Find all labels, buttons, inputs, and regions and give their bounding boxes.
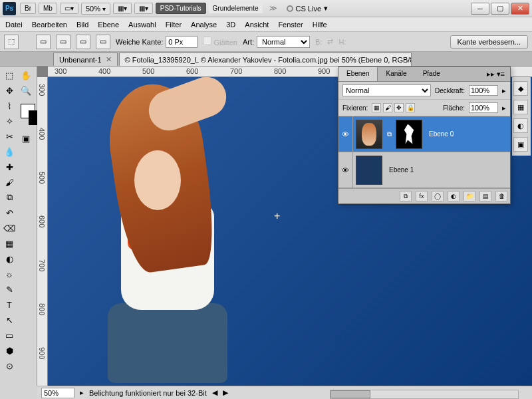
eyedropper-tool[interactable]: 💧: [1, 144, 17, 159]
selection-intersect[interactable]: ▭: [96, 35, 110, 49]
selection-subtract[interactable]: ▭: [76, 35, 90, 49]
menu-analyse[interactable]: Analyse: [191, 21, 217, 29]
adjustment-layer-icon[interactable]: ◐: [448, 191, 460, 201]
marquee-tool[interactable]: ⬚: [1, 68, 17, 82]
history-brush-tool[interactable]: ↶: [1, 205, 17, 220]
adjustments-panel-icon[interactable]: ◐: [513, 118, 528, 133]
document-tab-1[interactable]: Unbenannt-1✕: [53, 53, 118, 66]
layer-thumbnail[interactable]: [356, 120, 382, 149]
masks-panel-icon[interactable]: ▣: [513, 137, 528, 152]
tab-kanaele[interactable]: Kanäle: [378, 67, 414, 81]
visibility-toggle[interactable]: 👁: [338, 152, 353, 188]
arrange-button[interactable]: ▦▾: [134, 3, 153, 14]
menu-ansicht[interactable]: Ansicht: [245, 21, 269, 29]
screenmode-button[interactable]: ▭▾: [60, 3, 78, 14]
fill-input[interactable]: [469, 102, 498, 113]
layer-row[interactable]: 👁 ⧉ Ebene 0: [338, 116, 510, 152]
mask-link-icon[interactable]: ⧉: [385, 130, 393, 138]
hand-tool[interactable]: ✋: [18, 68, 34, 82]
feather-input[interactable]: [166, 36, 198, 48]
delete-layer-icon[interactable]: 🗑: [495, 191, 507, 201]
status-nav-left[interactable]: ◀: [212, 388, 217, 397]
group-icon[interactable]: 📁: [464, 191, 475, 201]
workspace-psdtutorials[interactable]: PSD-Tutorials: [156, 3, 206, 14]
lock-pixels-icon[interactable]: 🖌: [383, 103, 392, 112]
fill-flyout-icon[interactable]: ▸: [502, 104, 506, 112]
status-nav-right[interactable]: ▶: [223, 388, 228, 397]
menu-ebene[interactable]: Ebene: [98, 21, 119, 29]
selection-add[interactable]: ▭: [56, 35, 70, 49]
layer-fx-icon[interactable]: fx: [416, 191, 428, 201]
status-flyout-icon[interactable]: ▸: [80, 388, 84, 397]
layer-row[interactable]: 👁 Ebene 1: [338, 152, 510, 188]
horizontal-scrollbar[interactable]: [330, 390, 519, 399]
quickmask-toggle[interactable]: ▣: [18, 131, 34, 146]
wand-tool[interactable]: ✧: [1, 114, 17, 128]
blur-tool[interactable]: ◐: [1, 251, 17, 266]
menu-bild[interactable]: Bild: [76, 21, 88, 29]
menu-filter[interactable]: Filter: [166, 21, 182, 29]
zoom-input[interactable]: [41, 388, 74, 398]
pen-tool[interactable]: ✎: [1, 282, 17, 297]
tab-pfade[interactable]: Pfade: [415, 67, 448, 81]
swatches-panel-icon[interactable]: ▦: [513, 100, 528, 114]
menu-fenster[interactable]: Fenster: [278, 21, 303, 29]
mask-thumbnail[interactable]: [396, 120, 422, 149]
fill-label: Fläche:: [443, 104, 465, 112]
menu-datei[interactable]: Datei: [5, 21, 23, 29]
minimize-button[interactable]: ─: [471, 3, 489, 15]
layer-name[interactable]: Ebene 1: [385, 166, 510, 174]
menu-3d[interactable]: 3D: [226, 21, 235, 29]
menu-bearbeiten[interactable]: Bearbeiten: [32, 21, 67, 29]
tool-preset[interactable]: ⬚: [4, 35, 19, 49]
zoom-level[interactable]: 50% ▾: [81, 3, 110, 15]
crop-tool[interactable]: ✂: [1, 129, 17, 144]
3d-camera-tool[interactable]: ⊙: [1, 358, 17, 373]
3d-tool[interactable]: ⬢: [1, 343, 17, 358]
blend-mode-select[interactable]: Normal: [342, 84, 431, 96]
layer-name[interactable]: Ebene 0: [425, 130, 510, 138]
bridge-button[interactable]: Br: [20, 3, 36, 14]
close-button[interactable]: ✕: [511, 3, 529, 15]
maximize-button[interactable]: ▢: [491, 3, 509, 15]
type-tool[interactable]: T: [1, 297, 17, 312]
lasso-tool[interactable]: ⌇: [1, 98, 17, 113]
new-layer-icon[interactable]: ▤: [479, 191, 491, 201]
menu-auswahl[interactable]: Auswahl: [128, 21, 156, 29]
workspace-more[interactable]: ≫: [269, 4, 277, 13]
gradient-tool[interactable]: ▦: [1, 236, 17, 251]
link-layers-icon[interactable]: ⧉: [400, 191, 412, 201]
close-tab-icon[interactable]: ✕: [106, 55, 112, 64]
cslive-button[interactable]: CS Live ▾: [287, 4, 329, 13]
refine-edge-button[interactable]: Kante verbessern...: [450, 35, 528, 49]
minibridge-button[interactable]: Mb: [39, 3, 57, 14]
healing-tool[interactable]: ✚: [1, 160, 17, 174]
layer-thumbnail[interactable]: [356, 156, 382, 185]
selection-new[interactable]: ▭: [36, 35, 51, 49]
visibility-toggle[interactable]: 👁: [338, 116, 353, 152]
menu-bar: Datei Bearbeiten Bild Ebene Auswahl Filt…: [0, 17, 532, 32]
workspace-grundelemente[interactable]: Grundelemente: [209, 3, 263, 13]
options-bar: ⬚ ▭ ▭ ▭ ▭ Weiche Kante: Glätten Art: Nor…: [0, 32, 532, 52]
brush-tool[interactable]: 🖌: [1, 175, 17, 190]
shape-tool[interactable]: ▭: [1, 328, 17, 342]
stamp-tool[interactable]: ⧉: [1, 190, 17, 205]
opacity-input[interactable]: [469, 85, 498, 96]
color-panel-icon[interactable]: ◆: [513, 81, 528, 96]
layer-mask-icon[interactable]: ◯: [432, 191, 444, 201]
document-tab-2[interactable]: © Fotolia_13395920_L © Alexander Yakovle…: [119, 53, 412, 66]
lock-position-icon[interactable]: ✥: [394, 103, 404, 112]
lock-transparency-icon[interactable]: ▦: [372, 103, 381, 112]
eraser-tool[interactable]: ⌫: [1, 221, 17, 235]
view-extras-button[interactable]: ▦▾: [113, 3, 132, 14]
dodge-tool[interactable]: ☼: [1, 267, 17, 281]
tab-ebenen[interactable]: Ebenen: [338, 67, 378, 81]
opacity-flyout-icon[interactable]: ▸: [502, 86, 506, 95]
path-select-tool[interactable]: ↖: [1, 313, 17, 327]
lock-all-icon[interactable]: 🔒: [406, 103, 415, 112]
menu-hilfe[interactable]: Hilfe: [313, 21, 327, 29]
move-tool[interactable]: ✥: [1, 83, 17, 98]
zoom-tool[interactable]: 🔍: [18, 83, 34, 98]
panel-menu-icon[interactable]: ▸▸ ▾≡: [481, 67, 510, 81]
mode-select[interactable]: Normal: [257, 36, 310, 48]
